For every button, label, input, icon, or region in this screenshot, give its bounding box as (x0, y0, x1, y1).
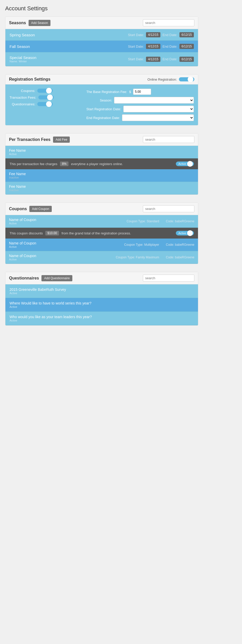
questionnaire-row[interactable]: Where Would like to have to world series… (5, 298, 198, 312)
season-name: Fall Season (10, 44, 128, 49)
base-fee-input[interactable] (133, 89, 151, 95)
questionnaire-title: Who would you like as your team leaders … (10, 315, 194, 319)
season-dates: Start Date: 4/12/15 End Date: 6/12/15 (128, 32, 194, 37)
fee-expand-text-after: everytime a player registers online. (71, 162, 123, 166)
fee-name: Fee Name (9, 172, 194, 176)
start-reg-label: Start Registration Date: (86, 107, 121, 111)
end-reg-label: End Registration Date: (86, 116, 120, 120)
coupon-expanded: This coupon discounts $10.00 from the gr… (5, 228, 198, 239)
page-title: Account Settings (5, 5, 198, 12)
seasons-header: Seasons Add Season (5, 17, 198, 29)
questionnaire-row[interactable]: Who would you like as your team leaders … (5, 312, 198, 325)
end-reg-date-select[interactable] (122, 114, 194, 121)
reg-right-panel: The Base Registration Fee: $ Season: Sta… (86, 89, 194, 121)
per-transaction-fees-header: Per Transaction Fees Add Fee (5, 133, 198, 146)
base-fee-row: The Base Registration Fee: $ (86, 89, 194, 95)
questionnaires-search-input[interactable] (143, 275, 194, 282)
reg-left-panel: Coupons: On Transaction Fees: On Questio… (10, 89, 81, 121)
questionnaires-toggle-row: Questionnaires: On (10, 102, 81, 106)
per-transaction-fees-title: Per Transaction Fees (9, 137, 50, 142)
fee-row[interactable]: Fee Name Active (5, 146, 198, 158)
fee-expand-text-before: This per transaction fee charges (10, 162, 57, 166)
season-select[interactable] (114, 97, 194, 104)
questionnaires-title: Questionnaires (9, 276, 39, 281)
add-fee-button[interactable]: Add Fee (53, 137, 70, 143)
coupon-info: Name of Coupon Active (9, 218, 125, 225)
questionnaires-label: Questionnaires: (10, 102, 35, 106)
fee-name: Fee Name (9, 184, 194, 189)
start-reg-date-select[interactable] (123, 106, 194, 112)
seasons-card: Seasons Add Season Spring Season Start D… (5, 16, 198, 66)
end-reg-date-row: End Registration Date: (86, 114, 194, 121)
coupon-code: Code: babeRGreene (166, 256, 194, 259)
season-select-row: Season: (86, 97, 194, 104)
coupon-name: Name of Coupon (9, 218, 125, 222)
coupon-name: Name of Coupon (9, 241, 123, 245)
seasons-search-input[interactable] (143, 19, 194, 26)
questionnaire-status: Active (10, 305, 194, 308)
toggle-knob (187, 161, 193, 167)
toggle-knob (187, 230, 193, 236)
coupons-header: Coupons Add Coupon (5, 203, 198, 215)
transaction-fees-toggle[interactable]: On (38, 95, 54, 99)
registration-title: Registration Settings (9, 77, 148, 82)
per-transaction-fees-card: Per Transaction Fees Add Fee Fee Name Ac… (5, 133, 198, 195)
season-row[interactable]: Spring Season Start Date: 4/12/15 End Da… (5, 29, 198, 41)
fee-row[interactable]: Fee Name Inactive (5, 169, 198, 182)
registration-body: Coupons: On Transaction Fees: On Questio… (5, 84, 198, 125)
add-coupon-button[interactable]: Add Coupon (29, 206, 52, 212)
add-questionnaire-button[interactable]: Add Questionnaire (41, 275, 72, 281)
coupon-row[interactable]: Name of Coupon Active Coupon Type: Stand… (5, 215, 198, 228)
seasons-title: Seasons (9, 21, 26, 25)
base-fee-label: The Base Registration Fee: (86, 90, 127, 94)
coupon-expand-text-before: This coupon discounts (10, 231, 43, 235)
season-row[interactable]: Fall Season Start Date: 4/12/15 End Date… (5, 41, 198, 52)
coupon-info: Name of Coupon Active (9, 241, 123, 248)
coupon-name: Name of Coupon (9, 254, 114, 258)
coupon-type: Coupon Type: Standard (127, 219, 159, 223)
fee-pct-badge: 8% (60, 162, 68, 166)
coupon-info: Name of Coupon Active (9, 254, 114, 261)
online-reg-label: Online Registration: (148, 78, 177, 81)
add-season-button[interactable]: Add Season (29, 20, 50, 26)
questionnaire-title: 2015 Greeneville BabeRuth Survey (10, 287, 194, 292)
coupons-title: Coupons (9, 207, 27, 211)
transaction-fees-label: Transaction Fees: (10, 96, 36, 99)
online-registration-toggle[interactable]: On (179, 77, 194, 81)
season-label: Season: (86, 98, 112, 102)
seasons-list: Spring Season Start Date: 4/12/15 End Da… (5, 29, 198, 66)
questionnaires-card: Questionnaires Add Questionnaire 2015 Gr… (5, 272, 198, 326)
coupon-active-toggle[interactable]: Active (176, 231, 194, 235)
coupon-status: Active (9, 245, 123, 248)
coupons-card: Coupons Add Coupon Name of Coupon Active… (5, 202, 198, 264)
fee-status: Inactive (9, 189, 194, 192)
coupons-toggle-row: Coupons: On (10, 89, 81, 93)
questionnaire-title: Where Would like to have to world series… (10, 301, 194, 305)
coupon-status: Active (9, 222, 125, 225)
season-row[interactable]: Special Season Name: Winter Start Date: … (5, 52, 198, 66)
fee-active-toggle[interactable]: Active (176, 162, 194, 166)
questionnaires-header: Questionnaires Add Questionnaire (5, 272, 198, 284)
coupons-search-input[interactable] (143, 205, 194, 212)
coupons-toggle[interactable]: On (37, 89, 53, 93)
registration-card: Registration Settings Online Registratio… (5, 74, 198, 125)
coupon-row[interactable]: Name of Coupon Active Coupon Type: Multi… (5, 239, 198, 251)
fee-status: Inactive (9, 176, 194, 179)
fee-row[interactable]: Fee Name Inactive (5, 182, 198, 194)
fee-status: Active (9, 152, 194, 156)
coupon-amount-badge: $10.00 (45, 231, 59, 235)
fees-search-input[interactable] (143, 136, 194, 143)
season-name: Special Season Name: Winter (10, 55, 128, 63)
transaction-fees-toggle-row: Transaction Fees: On (10, 95, 81, 99)
coupon-type: Coupon Type: Multiplayer (124, 243, 159, 247)
coupons-label: Coupons: (10, 89, 35, 93)
season-dates: Start Date: 4/12/15 End Date: 6/12/15 (128, 57, 194, 62)
questionnaires-toggle[interactable]: On (37, 102, 53, 106)
questionnaire-status: Active (10, 319, 194, 322)
coupon-expand-text-after: from the grand total of the registration… (62, 231, 131, 235)
questionnaire-row[interactable]: 2015 Greeneville BabeRuth Survey Active (5, 284, 198, 298)
fee-name: Fee Name (9, 148, 194, 152)
coupon-code: Code: babeRGreene (166, 219, 194, 223)
coupon-row[interactable]: Name of Coupon Active Coupon Type: Famil… (5, 251, 198, 264)
season-name: Spring Season (10, 33, 128, 37)
